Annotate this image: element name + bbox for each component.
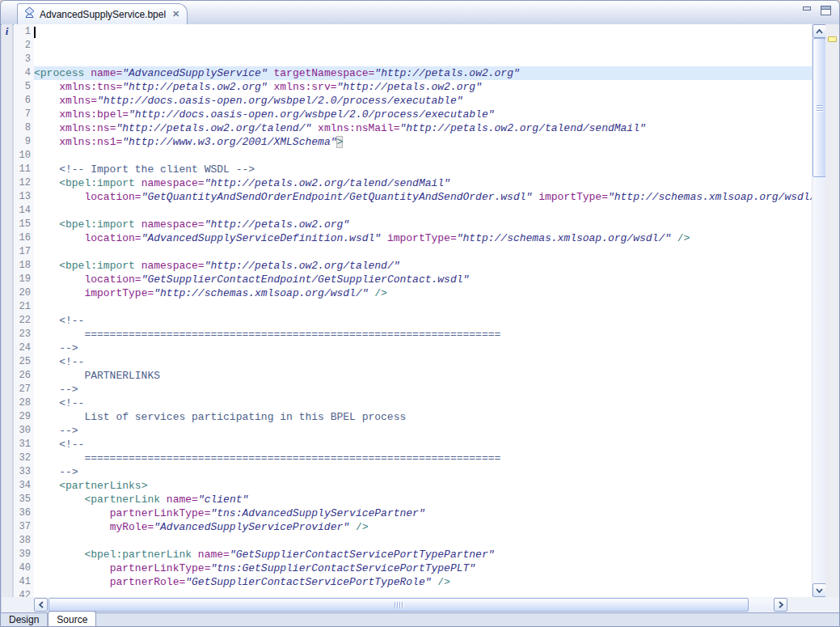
code-line[interactable]: location="AdvancedSupplyServiceDefinitio…: [34, 231, 812, 245]
annotation-marker[interactable]: [828, 36, 837, 42]
code-line[interactable]: [34, 534, 812, 548]
code-line[interactable]: partnerRole="GetSupplierContactServicePo…: [34, 575, 812, 589]
horizontal-scroll-track[interactable]: [48, 598, 774, 612]
code-line[interactable]: location="GetQuantityAndSendOrderEndpoin…: [34, 190, 812, 204]
maximize-icon[interactable]: [821, 6, 831, 15]
code-line[interactable]: List of services participating in this B…: [34, 410, 812, 424]
line-number-ruler: 1234567891011121314151617181920212223242…: [14, 24, 34, 597]
line-number: 8: [14, 121, 31, 135]
annotation-ruler: i: [2, 24, 13, 597]
horizontal-scroll-thumb[interactable]: [49, 598, 749, 612]
code-editor[interactable]: <process name="AdvancedSupplyService" ta…: [34, 24, 812, 597]
line-number: 10: [14, 149, 31, 163]
scroll-down-icon[interactable]: [813, 583, 826, 597]
vertical-scroll-thumb[interactable]: [813, 38, 826, 177]
code-line[interactable]: <bpel:import namespace="http://petals.ow…: [34, 259, 812, 273]
line-number: 12: [14, 176, 31, 190]
code-line[interactable]: <bpel:import namespace="http://petals.ow…: [34, 218, 812, 231]
code-line[interactable]: partnerLinkType="tns:GetSupplierContactS…: [34, 561, 812, 575]
line-number: 35: [14, 493, 31, 506]
line-number: 41: [14, 575, 31, 589]
code-line[interactable]: -->: [34, 383, 812, 396]
code-line[interactable]: <!--: [34, 314, 812, 328]
code-line[interactable]: <partnerLinks>: [34, 479, 812, 493]
line-number: 31: [14, 438, 31, 451]
line-number: 24: [14, 341, 31, 355]
line-number: 11: [14, 163, 31, 176]
code-line[interactable]: xmlns="http://docs.oasis-open.org/wsbpel…: [34, 94, 812, 108]
line-number: 23: [14, 328, 31, 341]
horizontal-scrollbar[interactable]: [2, 597, 839, 612]
tab-source[interactable]: Source: [48, 611, 96, 627]
text-caret: [34, 27, 36, 38]
code-line[interactable]: -->: [34, 465, 812, 479]
line-number: 18: [14, 259, 31, 273]
line-number: 30: [14, 424, 31, 438]
line-number: 16: [14, 231, 31, 245]
line-number: 22: [14, 314, 31, 328]
scroll-up-icon[interactable]: [813, 24, 826, 38]
vertical-scrollbar[interactable]: [812, 24, 825, 597]
editor-tab-advancedsupplyservice[interactable]: AdvancedSupplyService.bpel ✕: [17, 3, 188, 24]
line-number: 38: [14, 534, 31, 548]
tab-design[interactable]: Design: [1, 612, 48, 627]
line-number: 27: [14, 383, 31, 396]
line-number: 17: [14, 245, 31, 259]
eclipse-editor-window: AdvancedSupplyService.bpel ✕ i 123456789…: [0, 0, 840, 627]
line-number: 7: [14, 108, 31, 121]
code-line[interactable]: <!-- Import the client WSDL -->: [34, 163, 812, 176]
line-number: 14: [14, 204, 31, 218]
line-number: 20: [14, 286, 31, 300]
code-line[interactable]: [34, 589, 812, 597]
code-line[interactable]: [34, 300, 812, 314]
code-line[interactable]: PARTNERLINKS: [34, 369, 812, 383]
code-line[interactable]: myRole="AdvancedSupplyServiceProvider" /…: [34, 520, 812, 534]
line-number: 26: [14, 369, 31, 383]
line-number: 13: [14, 190, 31, 204]
line-number: 36: [14, 506, 31, 520]
scroll-left-icon[interactable]: [34, 598, 48, 612]
code-line[interactable]: importType="http://schemas.xmlsoap.org/w…: [34, 286, 812, 300]
code-line[interactable]: ========================================…: [34, 451, 812, 465]
line-number: 6: [14, 94, 31, 108]
line-number: 19: [14, 273, 31, 286]
code-line[interactable]: <process name="AdvancedSupplyService" ta…: [34, 66, 812, 80]
line-number: 39: [14, 548, 31, 561]
line-number: 34: [14, 479, 31, 493]
code-line[interactable]: <!--: [34, 396, 812, 410]
code-line[interactable]: <bpel:import namespace="http://petals.ow…: [34, 176, 812, 190]
line-number: 2: [14, 39, 31, 53]
code-line[interactable]: [34, 149, 812, 163]
line-number: 25: [14, 355, 31, 369]
code-line[interactable]: partnerLinkType="tns:AdvancedSupplyServi…: [34, 506, 812, 520]
minimize-icon[interactable]: [802, 6, 812, 15]
overview-ruler: [825, 24, 839, 597]
view-controls: [802, 6, 831, 15]
code-line[interactable]: xmlns:ns="http://petals.ow2.org/talend/"…: [34, 121, 812, 135]
code-line[interactable]: xmlns:tns="http://petals.ow2.org" xmlns:…: [34, 80, 812, 94]
code-line[interactable]: <bpel:partnerLink name="GetSupplierConta…: [34, 548, 812, 561]
info-annotation-icon: i: [2, 25, 12, 38]
code-line[interactable]: [34, 245, 812, 259]
code-line[interactable]: <!--: [34, 438, 812, 451]
code-line[interactable]: ========================================…: [34, 328, 812, 341]
line-number: 42: [14, 589, 31, 597]
code-line[interactable]: -->: [34, 341, 812, 355]
editor-tabbar: AdvancedSupplyService.bpel ✕: [1, 1, 839, 25]
code-line[interactable]: -->: [34, 424, 812, 438]
line-number: 4: [14, 66, 31, 80]
line-number: 29: [14, 410, 31, 424]
code-line[interactable]: xmlns:bpel="http://docs.oasis-open.org/w…: [34, 108, 812, 121]
code-line[interactable]: xmlns:ns1="http://www.w3.org/2001/XMLSch…: [34, 135, 812, 149]
line-number: 37: [14, 520, 31, 534]
scroll-right-icon[interactable]: [774, 598, 787, 612]
editor-tab-title: AdvancedSupplyService.bpel: [40, 9, 166, 20]
code-line[interactable]: [34, 204, 812, 218]
code-line[interactable]: <!--: [34, 355, 812, 369]
code-line[interactable]: location="GetSupplierContactEndpoint/Get…: [34, 273, 812, 286]
line-number: 1: [14, 25, 31, 39]
code-line[interactable]: <partnerLink name="client": [34, 493, 812, 506]
close-icon[interactable]: ✕: [170, 9, 179, 19]
page-tabbar: Design Source: [1, 612, 839, 627]
bpel-file-icon: [23, 6, 36, 22]
